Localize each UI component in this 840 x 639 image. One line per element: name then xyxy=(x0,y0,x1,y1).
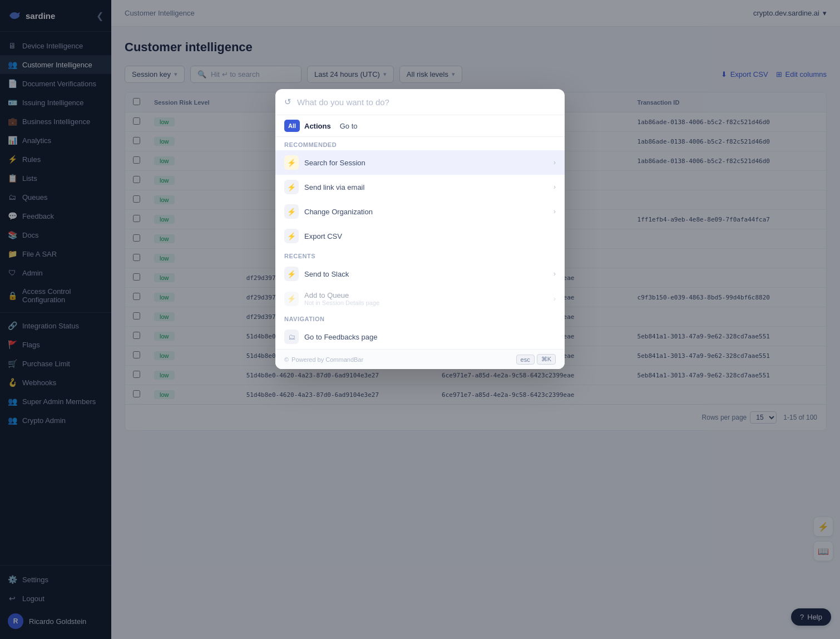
command-tabs: All Actions Go to xyxy=(275,115,565,137)
add-queue-subtext: Not in Session Details page xyxy=(304,299,548,306)
command-search-icon: ↺ xyxy=(284,97,291,107)
tab-all-label: All xyxy=(288,122,296,129)
cmd-item-label: Export CSV xyxy=(304,232,556,240)
export-csv-icon: ⚡ xyxy=(284,229,299,243)
command-search-input[interactable] xyxy=(297,97,556,107)
command-bar-overlay[interactable]: ↺ All Actions Go to Recommended ⚡ Search… xyxy=(0,0,840,639)
commandbar-logo-icon: © xyxy=(284,356,289,363)
cmd-k-key: ⌘K xyxy=(537,354,556,365)
arrow-right-icon: › xyxy=(554,208,556,215)
cmd-item-change-org[interactable]: ⚡ Change Organization › xyxy=(275,199,565,224)
section-recents: Recents xyxy=(275,248,565,262)
cmd-item-go-feedbacks[interactable]: 🗂 Go to Feedbacks page xyxy=(275,325,565,349)
send-link-icon: ⚡ xyxy=(284,180,299,194)
commandbar-brand: © Powered by CommandBar xyxy=(284,356,363,363)
command-search-row: ↺ xyxy=(275,89,565,115)
search-session-icon: ⚡ xyxy=(284,155,299,170)
commandbar-brand-label: Powered by CommandBar xyxy=(291,356,363,363)
cmd-item-label: Add to Queue Not in Session Details page xyxy=(304,291,548,306)
arrow-right-icon: › xyxy=(554,159,556,166)
arrow-right-icon: › xyxy=(554,295,556,303)
footer-keyboard-shortcuts: esc ⌘K xyxy=(516,354,556,365)
cmd-item-label: Send to Slack xyxy=(304,270,548,278)
cmd-item-add-queue[interactable]: ⚡ Add to Queue Not in Session Details pa… xyxy=(275,286,565,311)
cmd-item-search-session[interactable]: ⚡ Search for Session › xyxy=(275,150,565,175)
command-footer: © Powered by CommandBar esc ⌘K xyxy=(275,349,565,369)
esc-key: esc xyxy=(516,355,535,365)
change-org-icon: ⚡ xyxy=(284,204,299,219)
send-slack-icon: ⚡ xyxy=(284,267,299,281)
command-bar[interactable]: ↺ All Actions Go to Recommended ⚡ Search… xyxy=(275,89,565,369)
cmd-item-label: Go to Feedbacks page xyxy=(304,333,556,341)
cmd-item-export-csv[interactable]: ⚡ Export CSV xyxy=(275,224,565,248)
section-recommended: Recommended xyxy=(275,137,565,150)
cmd-item-send-link[interactable]: ⚡ Send link via email › xyxy=(275,175,565,199)
add-queue-icon: ⚡ xyxy=(284,292,299,306)
arrow-right-icon: › xyxy=(554,183,556,191)
add-queue-label: Add to Queue xyxy=(304,291,548,299)
cmd-item-label: Search for Session xyxy=(304,159,548,167)
go-feedbacks-icon: 🗂 xyxy=(284,330,299,344)
arrow-right-icon: › xyxy=(554,270,556,278)
cmd-item-send-slack[interactable]: ⚡ Send to Slack › xyxy=(275,262,565,286)
cmd-item-label: Send link via email xyxy=(304,183,548,191)
tab-actions[interactable]: Actions xyxy=(304,122,331,130)
tab-goto[interactable]: Go to xyxy=(340,122,358,130)
section-navigation: Navigation xyxy=(275,311,565,325)
cmd-item-label: Change Organization xyxy=(304,208,548,216)
tab-all[interactable]: All xyxy=(284,120,300,132)
